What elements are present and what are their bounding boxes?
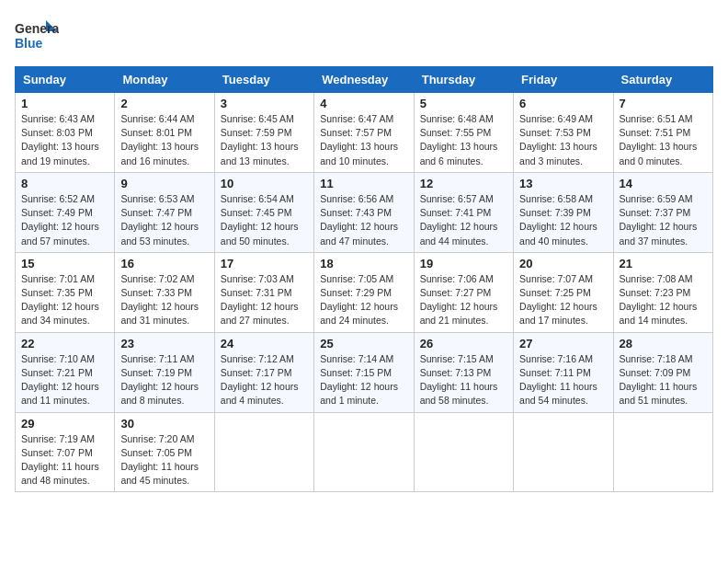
day-number: 12: [420, 177, 507, 190]
day-number: 10: [221, 177, 308, 190]
weekday-header-monday: Monday: [115, 67, 214, 93]
calendar-cell: 27Sunrise: 7:16 AMSunset: 7:11 PMDayligh…: [514, 332, 613, 412]
day-number: 21: [620, 257, 707, 270]
weekday-header-saturday: Saturday: [613, 67, 712, 93]
day-info: Sunrise: 7:19 AMSunset: 7:07 PMDaylight:…: [21, 432, 108, 488]
calendar-cell: 5Sunrise: 6:48 AMSunset: 7:55 PMDaylight…: [414, 93, 513, 173]
calendar-cell: 22Sunrise: 7:10 AMSunset: 7:21 PMDayligh…: [16, 332, 115, 412]
day-info: Sunrise: 7:06 AMSunset: 7:27 PMDaylight:…: [420, 272, 507, 328]
day-info: Sunrise: 6:49 AMSunset: 7:53 PMDaylight:…: [519, 112, 607, 168]
day-number: 22: [21, 337, 108, 350]
day-info: Sunrise: 6:51 AMSunset: 7:51 PMDaylight:…: [620, 112, 707, 168]
day-number: 13: [519, 177, 607, 190]
calendar-cell: 16Sunrise: 7:02 AMSunset: 7:33 PMDayligh…: [115, 252, 214, 332]
day-number: 8: [21, 177, 108, 190]
day-number: 1: [21, 97, 108, 110]
calendar-header: SundayMondayTuesdayWednesdayThursdayFrid…: [16, 67, 713, 93]
weekday-header-friday: Friday: [514, 67, 613, 93]
calendar-cell: 30Sunrise: 7:20 AMSunset: 7:05 PMDayligh…: [115, 412, 214, 492]
day-number: 17: [221, 257, 308, 270]
day-number: 7: [620, 97, 707, 110]
calendar-cell: 18Sunrise: 7:05 AMSunset: 7:29 PMDayligh…: [314, 252, 414, 332]
weekday-header-sunday: Sunday: [16, 67, 115, 93]
day-info: Sunrise: 7:11 AMSunset: 7:19 PMDaylight:…: [120, 352, 208, 408]
calendar-cell: 28Sunrise: 7:18 AMSunset: 7:09 PMDayligh…: [613, 332, 712, 412]
weekday-header-thursday: Thursday: [414, 67, 513, 93]
day-info: Sunrise: 6:52 AMSunset: 7:49 PMDaylight:…: [21, 192, 108, 248]
calendar-cell: 6Sunrise: 6:49 AMSunset: 7:53 PMDaylight…: [514, 93, 613, 173]
day-number: 11: [320, 177, 407, 190]
day-number: 23: [120, 337, 208, 350]
calendar-cell: 1Sunrise: 6:43 AMSunset: 8:03 PMDaylight…: [16, 93, 115, 173]
day-number: 27: [519, 337, 607, 350]
day-number: 5: [420, 97, 507, 110]
day-info: Sunrise: 7:07 AMSunset: 7:25 PMDaylight:…: [519, 272, 607, 328]
calendar-week-4: 22Sunrise: 7:10 AMSunset: 7:21 PMDayligh…: [16, 332, 713, 412]
day-number: 9: [120, 177, 208, 190]
day-info: Sunrise: 6:56 AMSunset: 7:43 PMDaylight:…: [320, 192, 407, 248]
calendar-cell: 26Sunrise: 7:15 AMSunset: 7:13 PMDayligh…: [414, 332, 513, 412]
day-info: Sunrise: 7:02 AMSunset: 7:33 PMDaylight:…: [120, 272, 208, 328]
calendar-week-2: 8Sunrise: 6:52 AMSunset: 7:49 PMDaylight…: [16, 172, 713, 252]
day-number: 30: [120, 417, 208, 431]
calendar-cell: 13Sunrise: 6:58 AMSunset: 7:39 PMDayligh…: [514, 172, 613, 252]
day-info: Sunrise: 6:48 AMSunset: 7:55 PMDaylight:…: [420, 112, 507, 168]
calendar-cell: 4Sunrise: 6:47 AMSunset: 7:57 PMDaylight…: [314, 93, 414, 173]
day-info: Sunrise: 6:57 AMSunset: 7:41 PMDaylight:…: [420, 192, 507, 248]
calendar-cell: 9Sunrise: 6:53 AMSunset: 7:47 PMDaylight…: [115, 172, 214, 252]
calendar-cell: 20Sunrise: 7:07 AMSunset: 7:25 PMDayligh…: [514, 252, 613, 332]
day-info: Sunrise: 6:54 AMSunset: 7:45 PMDaylight:…: [221, 192, 308, 248]
calendar-cell: 21Sunrise: 7:08 AMSunset: 7:23 PMDayligh…: [613, 252, 712, 332]
day-number: 2: [120, 97, 208, 110]
day-info: Sunrise: 7:10 AMSunset: 7:21 PMDaylight:…: [21, 352, 108, 408]
day-number: 19: [420, 257, 507, 270]
day-info: Sunrise: 7:08 AMSunset: 7:23 PMDaylight:…: [620, 272, 707, 328]
svg-text:Blue: Blue: [15, 36, 43, 51]
calendar-cell: [514, 412, 613, 492]
calendar-cell: [314, 412, 414, 492]
day-number: 24: [221, 337, 308, 350]
day-info: Sunrise: 6:44 AMSunset: 8:01 PMDaylight:…: [120, 112, 208, 168]
calendar-cell: 17Sunrise: 7:03 AMSunset: 7:31 PMDayligh…: [214, 252, 313, 332]
day-info: Sunrise: 6:59 AMSunset: 7:37 PMDaylight:…: [620, 192, 707, 248]
calendar-cell: [414, 412, 513, 492]
day-info: Sunrise: 6:53 AMSunset: 7:47 PMDaylight:…: [120, 192, 208, 248]
day-info: Sunrise: 6:43 AMSunset: 8:03 PMDaylight:…: [21, 112, 108, 168]
calendar-cell: 25Sunrise: 7:14 AMSunset: 7:15 PMDayligh…: [314, 332, 414, 412]
calendar-week-1: 1Sunrise: 6:43 AMSunset: 8:03 PMDaylight…: [16, 93, 713, 173]
day-number: 3: [221, 97, 308, 110]
calendar-cell: 7Sunrise: 6:51 AMSunset: 7:51 PMDaylight…: [613, 93, 712, 173]
day-info: Sunrise: 7:03 AMSunset: 7:31 PMDaylight:…: [221, 272, 308, 328]
calendar-cell: [214, 412, 313, 492]
day-number: 26: [420, 337, 507, 350]
weekday-header-tuesday: Tuesday: [214, 67, 313, 93]
calendar-table: SundayMondayTuesdayWednesdayThursdayFrid…: [15, 66, 713, 492]
calendar-week-5: 29Sunrise: 7:19 AMSunset: 7:07 PMDayligh…: [16, 412, 713, 492]
day-number: 6: [519, 97, 607, 110]
day-number: 16: [120, 257, 208, 270]
day-number: 25: [320, 337, 407, 350]
day-info: Sunrise: 7:12 AMSunset: 7:17 PMDaylight:…: [221, 352, 308, 408]
day-number: 28: [620, 337, 707, 350]
calendar-cell: 15Sunrise: 7:01 AMSunset: 7:35 PMDayligh…: [16, 252, 115, 332]
day-info: Sunrise: 7:05 AMSunset: 7:29 PMDaylight:…: [320, 272, 407, 328]
day-info: Sunrise: 7:20 AMSunset: 7:05 PMDaylight:…: [120, 432, 208, 488]
calendar-cell: 11Sunrise: 6:56 AMSunset: 7:43 PMDayligh…: [314, 172, 414, 252]
calendar-cell: 10Sunrise: 6:54 AMSunset: 7:45 PMDayligh…: [214, 172, 313, 252]
day-info: Sunrise: 7:01 AMSunset: 7:35 PMDaylight:…: [21, 272, 108, 328]
logo-svg: GeneralBlue: [15, 15, 59, 55]
calendar-cell: 2Sunrise: 6:44 AMSunset: 8:01 PMDaylight…: [115, 93, 214, 173]
day-info: Sunrise: 6:47 AMSunset: 7:57 PMDaylight:…: [320, 112, 407, 168]
day-number: 4: [320, 97, 407, 110]
day-number: 14: [620, 177, 707, 190]
calendar-cell: [613, 412, 712, 492]
calendar-cell: 29Sunrise: 7:19 AMSunset: 7:07 PMDayligh…: [16, 412, 115, 492]
day-number: 29: [21, 417, 108, 431]
weekday-header-wednesday: Wednesday: [314, 67, 414, 93]
day-number: 18: [320, 257, 407, 270]
calendar-cell: 8Sunrise: 6:52 AMSunset: 7:49 PMDaylight…: [16, 172, 115, 252]
svg-text:General: General: [15, 21, 59, 36]
day-info: Sunrise: 6:45 AMSunset: 7:59 PMDaylight:…: [221, 112, 308, 168]
calendar-week-3: 15Sunrise: 7:01 AMSunset: 7:35 PMDayligh…: [16, 252, 713, 332]
day-info: Sunrise: 7:15 AMSunset: 7:13 PMDaylight:…: [420, 352, 507, 408]
